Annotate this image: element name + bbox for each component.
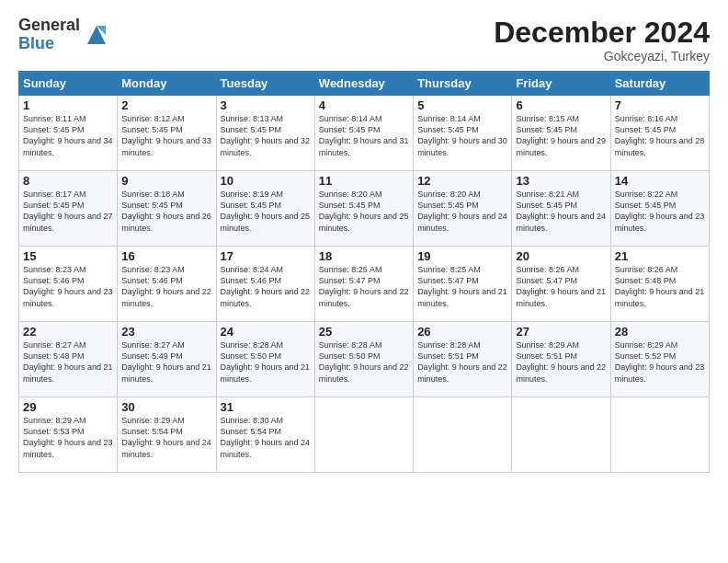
logo-text: General Blue [18, 17, 80, 53]
cell-info: Sunrise: 8:29 AMSunset: 5:54 PMDaylight:… [121, 415, 211, 460]
cell-info: Sunrise: 8:27 AMSunset: 5:48 PMDaylight:… [23, 339, 113, 385]
col-header-saturday: Saturday [610, 72, 709, 96]
week-row-3: 15 Sunrise: 8:23 AMSunset: 5:46 PMDaylig… [19, 247, 710, 322]
cell-info: Sunrise: 8:28 AMSunset: 5:50 PMDaylight:… [319, 339, 409, 385]
day-number: 20 [516, 249, 606, 263]
calendar-cell: 2 Sunrise: 8:12 AMSunset: 5:45 PMDayligh… [118, 96, 216, 171]
logo-icon [84, 22, 109, 48]
day-number: 14 [615, 174, 705, 188]
calendar-cell [414, 397, 512, 473]
calendar-cell [512, 397, 610, 473]
calendar-cell: 12 Sunrise: 8:20 AMSunset: 5:45 PMDaylig… [414, 171, 512, 247]
calendar-cell: 16 Sunrise: 8:23 AMSunset: 5:46 PMDaylig… [118, 247, 216, 322]
cell-info: Sunrise: 8:26 AMSunset: 5:48 PMDaylight:… [615, 264, 705, 309]
cell-info: Sunrise: 8:19 AMSunset: 5:45 PMDaylight:… [221, 189, 311, 234]
cell-info: Sunrise: 8:24 AMSunset: 5:46 PMDaylight:… [221, 264, 311, 309]
calendar-cell: 11 Sunrise: 8:20 AMSunset: 5:45 PMDaylig… [314, 171, 413, 247]
cell-info: Sunrise: 8:18 AMSunset: 5:45 PMDaylight:… [121, 189, 211, 234]
cell-info: Sunrise: 8:13 AMSunset: 5:45 PMDaylight:… [221, 113, 311, 158]
cell-info: Sunrise: 8:23 AMSunset: 5:46 PMDaylight:… [23, 264, 113, 309]
logo: General Blue [18, 17, 109, 53]
day-number: 2 [121, 98, 211, 112]
day-number: 8 [23, 174, 113, 188]
month-title: December 2024 [494, 17, 710, 49]
title-block: December 2024 Gokceyazi, Turkey [494, 17, 710, 63]
day-number: 22 [23, 325, 113, 339]
calendar-cell: 15 Sunrise: 8:23 AMSunset: 5:46 PMDaylig… [19, 247, 118, 322]
cell-info: Sunrise: 8:20 AMSunset: 5:45 PMDaylight:… [319, 189, 409, 234]
day-number: 18 [319, 249, 409, 263]
calendar-cell: 6 Sunrise: 8:15 AMSunset: 5:45 PMDayligh… [512, 96, 610, 171]
cell-info: Sunrise: 8:25 AMSunset: 5:47 PMDaylight:… [319, 264, 409, 309]
logo-blue: Blue [18, 35, 80, 53]
calendar-cell: 7 Sunrise: 8:16 AMSunset: 5:45 PMDayligh… [610, 96, 709, 171]
cell-info: Sunrise: 8:14 AMSunset: 5:45 PMDaylight:… [319, 113, 409, 158]
calendar-cell: 4 Sunrise: 8:14 AMSunset: 5:45 PMDayligh… [314, 96, 413, 171]
location-subtitle: Gokceyazi, Turkey [494, 49, 710, 63]
calendar-cell: 14 Sunrise: 8:22 AMSunset: 5:45 PMDaylig… [610, 171, 709, 247]
day-number: 27 [516, 325, 606, 339]
calendar-cell: 5 Sunrise: 8:14 AMSunset: 5:45 PMDayligh… [414, 96, 512, 171]
day-number: 11 [319, 174, 409, 188]
col-header-monday: Monday [118, 72, 216, 96]
col-header-tuesday: Tuesday [216, 72, 314, 96]
week-row-4: 22 Sunrise: 8:27 AMSunset: 5:48 PMDaylig… [19, 322, 710, 397]
logo-general: General [18, 17, 80, 35]
calendar-cell: 26 Sunrise: 8:28 AMSunset: 5:51 PMDaylig… [414, 322, 512, 397]
cell-info: Sunrise: 8:23 AMSunset: 5:46 PMDaylight:… [121, 264, 211, 309]
col-header-wednesday: Wednesday [314, 72, 413, 96]
calendar-table: SundayMondayTuesdayWednesdayThursdayFrid… [18, 71, 710, 473]
calendar-cell [610, 397, 709, 473]
cell-info: Sunrise: 8:21 AMSunset: 5:45 PMDaylight:… [516, 189, 606, 234]
calendar-cell: 28 Sunrise: 8:29 AMSunset: 5:52 PMDaylig… [610, 322, 709, 397]
cell-info: Sunrise: 8:25 AMSunset: 5:47 PMDaylight:… [417, 264, 507, 309]
calendar-cell: 20 Sunrise: 8:26 AMSunset: 5:47 PMDaylig… [512, 247, 610, 322]
calendar-cell: 31 Sunrise: 8:30 AMSunset: 5:54 PMDaylig… [216, 397, 314, 473]
calendar-cell: 23 Sunrise: 8:27 AMSunset: 5:49 PMDaylig… [118, 322, 216, 397]
calendar-cell: 13 Sunrise: 8:21 AMSunset: 5:45 PMDaylig… [512, 171, 610, 247]
col-header-thursday: Thursday [414, 72, 512, 96]
day-number: 21 [615, 249, 705, 263]
calendar-cell: 22 Sunrise: 8:27 AMSunset: 5:48 PMDaylig… [19, 322, 118, 397]
cell-info: Sunrise: 8:29 AMSunset: 5:51 PMDaylight:… [516, 339, 606, 385]
cell-info: Sunrise: 8:22 AMSunset: 5:45 PMDaylight:… [615, 189, 705, 234]
calendar-cell: 1 Sunrise: 8:11 AMSunset: 5:45 PMDayligh… [19, 96, 118, 171]
day-number: 16 [121, 249, 211, 263]
calendar-cell: 27 Sunrise: 8:29 AMSunset: 5:51 PMDaylig… [512, 322, 610, 397]
cell-info: Sunrise: 8:26 AMSunset: 5:47 PMDaylight:… [516, 264, 606, 309]
day-number: 10 [221, 174, 311, 188]
calendar-cell: 3 Sunrise: 8:13 AMSunset: 5:45 PMDayligh… [216, 96, 314, 171]
day-number: 23 [121, 325, 211, 339]
day-number: 1 [23, 98, 113, 112]
page: General Blue December 2024 Gokceyazi, Tu… [0, 0, 728, 563]
header: General Blue December 2024 Gokceyazi, Tu… [18, 17, 710, 63]
calendar-cell: 10 Sunrise: 8:19 AMSunset: 5:45 PMDaylig… [216, 171, 314, 247]
cell-info: Sunrise: 8:14 AMSunset: 5:45 PMDaylight:… [417, 113, 507, 158]
day-number: 28 [615, 325, 705, 339]
calendar-cell: 17 Sunrise: 8:24 AMSunset: 5:46 PMDaylig… [216, 247, 314, 322]
calendar-cell: 19 Sunrise: 8:25 AMSunset: 5:47 PMDaylig… [414, 247, 512, 322]
calendar-cell: 30 Sunrise: 8:29 AMSunset: 5:54 PMDaylig… [118, 397, 216, 473]
day-number: 15 [23, 249, 113, 263]
cell-info: Sunrise: 8:11 AMSunset: 5:45 PMDaylight:… [23, 113, 113, 158]
calendar-cell: 24 Sunrise: 8:28 AMSunset: 5:50 PMDaylig… [216, 322, 314, 397]
col-header-friday: Friday [512, 72, 610, 96]
calendar-cell: 29 Sunrise: 8:29 AMSunset: 5:53 PMDaylig… [19, 397, 118, 473]
day-number: 19 [417, 249, 507, 263]
day-number: 7 [615, 98, 705, 112]
cell-info: Sunrise: 8:29 AMSunset: 5:53 PMDaylight:… [23, 415, 113, 460]
day-number: 29 [23, 400, 113, 414]
day-number: 26 [417, 325, 507, 339]
cell-info: Sunrise: 8:15 AMSunset: 5:45 PMDaylight:… [516, 113, 606, 158]
day-number: 3 [221, 98, 311, 112]
day-number: 25 [319, 325, 409, 339]
cell-info: Sunrise: 8:17 AMSunset: 5:45 PMDaylight:… [23, 189, 113, 234]
week-row-5: 29 Sunrise: 8:29 AMSunset: 5:53 PMDaylig… [19, 397, 710, 473]
week-row-1: 1 Sunrise: 8:11 AMSunset: 5:45 PMDayligh… [19, 96, 710, 171]
day-number: 5 [417, 98, 507, 112]
day-number: 24 [221, 325, 311, 339]
day-number: 4 [319, 98, 409, 112]
cell-info: Sunrise: 8:30 AMSunset: 5:54 PMDaylight:… [221, 415, 311, 460]
day-number: 30 [121, 400, 211, 414]
calendar-cell: 25 Sunrise: 8:28 AMSunset: 5:50 PMDaylig… [314, 322, 413, 397]
